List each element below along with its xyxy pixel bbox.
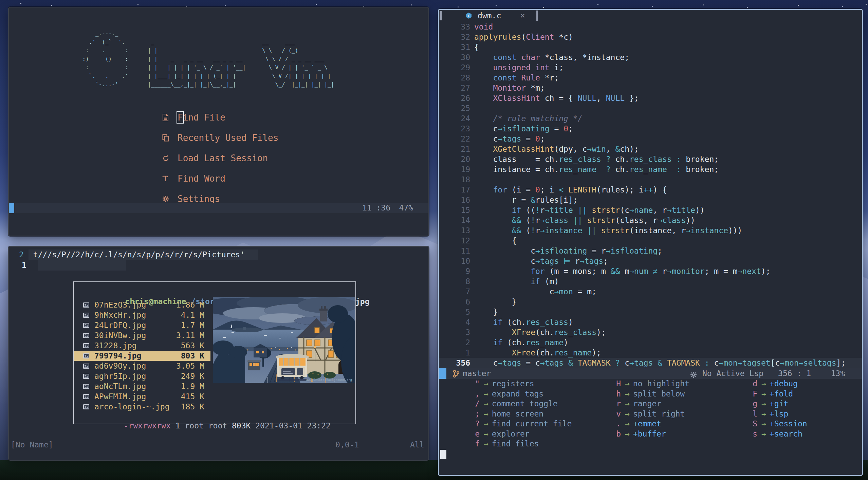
whichkey-entry[interactable]: b→+buffer xyxy=(601,429,689,439)
whichkey-entry[interactable]: .→+emmet xyxy=(601,419,689,429)
whichkey-entry[interactable]: ,→expand tags xyxy=(459,389,572,399)
file-row[interactable]: aghr5Ip.jpg249 K xyxy=(74,371,210,381)
code-line[interactable]: 18 xyxy=(439,174,862,185)
code-line[interactable]: 21 XGetClassHint(dpy, c→win, &ch); xyxy=(439,144,862,154)
dashboard-menu-item-find-word[interactable]: Find Word xyxy=(162,173,225,184)
whichkey-entry[interactable]: F→+fold xyxy=(737,389,807,399)
cable-car-main xyxy=(276,354,309,381)
code-line[interactable]: 23 c→isfloating = 0; xyxy=(439,124,862,134)
svg-text:www.DesktopBackground.org: www.DesktopBackground.org xyxy=(306,378,352,382)
file-row[interactable]: 799794.jpg803 K xyxy=(74,351,210,361)
code-line[interactable]: 12 { xyxy=(439,236,862,246)
arrow-icon: → xyxy=(484,419,488,429)
whichkey-key: S xyxy=(737,419,757,429)
file-row[interactable]: 9hMxcHr.jpg4.1 M xyxy=(74,310,210,320)
whichkey-entry[interactable]: d→+debug xyxy=(737,379,807,389)
whichkey-entry[interactable]: S→+Session xyxy=(737,419,807,429)
close-icon[interactable]: × xyxy=(520,11,525,20)
file-row[interactable]: 07nEzQ3.jpg1.86 M xyxy=(74,300,210,310)
line-number: 12 xyxy=(439,236,470,246)
code-token: instance xyxy=(690,226,728,235)
editor-statusline: master No Active Lsp 356 : 1 13% xyxy=(439,368,862,379)
reload-icon xyxy=(162,155,172,162)
whichkey-entry[interactable]: e→explorer xyxy=(459,429,572,439)
code-line[interactable]: 6 } xyxy=(439,297,862,307)
dashboard-window[interactable]: _.---._ .' (_` '. _ __ ___ : . : | | \ \… xyxy=(8,7,429,236)
code-line[interactable]: 1 XFree(ch.res_name); xyxy=(439,348,862,358)
file-row[interactable]: arco-login-~.jpg185 K xyxy=(74,402,210,412)
editor-window[interactable]: C dwm.c × 33void32applyrules(Client *c)3… xyxy=(438,9,863,476)
code-line[interactable]: 24 /* rule matching */ xyxy=(439,113,862,124)
code-line[interactable]: 13 && (!r→instance || strstr(instance, r… xyxy=(439,225,862,236)
code-line[interactable]: 5 } xyxy=(439,307,862,317)
line-number: 10 xyxy=(439,256,470,266)
whichkey-entry[interactable]: f→find files xyxy=(459,439,572,449)
code-line[interactable]: 17 for (i = 0; i < LENGTH(rules); i++) { xyxy=(439,185,862,195)
file-row[interactable]: ad6v9Oy.jpg3.05 M xyxy=(74,361,210,371)
file-row[interactable]: aoNcTLm.jpg1.9 M xyxy=(74,381,210,391)
code-line[interactable]: 33void xyxy=(439,22,862,32)
code-line[interactable]: 8 if (m) xyxy=(439,276,862,287)
code-token: isfloating xyxy=(611,246,658,255)
whichkey-entry[interactable]: g→+git xyxy=(737,399,807,409)
code-token: NULL xyxy=(606,94,625,103)
gear-icon xyxy=(162,196,172,202)
code-line[interactable]: 28 const Rule *r; xyxy=(439,73,862,83)
code-line[interactable]: 3 XFree(ch.res_class); xyxy=(439,327,862,337)
whichkey-entry[interactable]: ?→find current file xyxy=(459,419,572,429)
code-line[interactable]: 9 for (m = mons; m && m→num ≠ r→monitor;… xyxy=(439,266,862,276)
scratch-window[interactable]: 2t///s/P//2/h/c/.l/s/n/s/p/p/s/r/r/s/Pic… xyxy=(8,246,429,461)
code-line[interactable]: 25 xyxy=(439,103,862,113)
code-line[interactable]: 29 unsigned int i; xyxy=(439,62,862,73)
whichkey-entry[interactable]: h→split below xyxy=(601,389,689,399)
dashboard-menu-item-find-file[interactable]: Find File xyxy=(162,112,225,123)
line-number: 26 xyxy=(439,93,470,103)
whichkey-key: , xyxy=(459,389,480,399)
whichkey-description: +git xyxy=(770,399,788,409)
whichkey-entry[interactable]: v→split right xyxy=(601,409,689,419)
code-token: (class, r xyxy=(615,216,658,225)
code-line[interactable]: 22 c→tags = 0; xyxy=(439,134,862,144)
whichkey-entry[interactable]: "→registers xyxy=(459,379,572,389)
code-line[interactable]: 31{ xyxy=(439,42,862,52)
code-line[interactable]: 11 c→isfloating = r→isfloating; xyxy=(439,246,862,256)
code-line[interactable]: 27 Monitor *m; xyxy=(439,83,862,93)
code-line[interactable]: 26 XClassHint ch = { NULL, NULL }; xyxy=(439,93,862,103)
code-line[interactable]: 7 c→mon = m; xyxy=(439,287,862,297)
code-line[interactable]: 20 class = ch.res_class ? ch.res_class :… xyxy=(439,154,862,164)
dashboard-menu-item-recently-used-files[interactable]: Recently Used Files xyxy=(162,132,278,143)
whichkey-entry[interactable]: s→+search xyxy=(737,429,807,439)
line-number: 24 xyxy=(439,113,470,124)
file-row[interactable]: APwFMIM.jpg415 K xyxy=(74,391,210,402)
code-line[interactable]: 32applyrules(Client *c) xyxy=(439,32,862,42)
file-row[interactable]: 30iNVBw.jpg3.11 M xyxy=(74,330,210,340)
image-file-icon xyxy=(83,404,92,410)
code-line[interactable]: 356 c→tags = c→tags & TAGMASK ? c→tags &… xyxy=(439,358,862,368)
code-token: & xyxy=(615,145,620,153)
file-row[interactable]: 24LrDFQ.jpg1.7 M xyxy=(74,320,210,330)
code-area[interactable]: 33void32applyrules(Client *c)31{30 const… xyxy=(439,22,862,368)
whichkey-entry[interactable]: ;→home screen xyxy=(459,409,572,419)
whichkey-entry[interactable]: H→no highlight xyxy=(601,379,689,389)
code-line[interactable]: 16 r = &rules[i]; xyxy=(439,195,862,205)
code-token: → xyxy=(498,124,502,133)
code-line[interactable]: 30 const char *class, *instance; xyxy=(439,52,862,62)
whichkey-entry[interactable]: /→comment toggle xyxy=(459,399,572,409)
file-size: 803 K xyxy=(181,351,204,361)
code-line[interactable]: 19 instance = ch.res_name ? ch.res_name … xyxy=(439,164,862,174)
whichkey-entry[interactable]: r→ranger xyxy=(601,399,689,409)
code-token: res_class xyxy=(559,155,601,164)
code-line[interactable]: 15 if ((!r→title || strstr(c→name, r→tit… xyxy=(439,205,862,215)
file-row[interactable]: 31228.jpg563 K xyxy=(74,340,210,351)
code-line[interactable]: 14 && (!r→class || strstr(class, r→class… xyxy=(439,215,862,225)
code-line[interactable]: 10 c→tags ⊨ r→tags; xyxy=(439,256,862,266)
tab-dwm-c[interactable]: C dwm.c × xyxy=(461,10,525,21)
image-file-icon xyxy=(83,333,92,338)
whichkey-entry[interactable]: l→+lsp xyxy=(737,409,807,419)
code-line[interactable]: 4 if (ch.res_class) xyxy=(439,317,862,327)
code-token: instance = ch. xyxy=(474,165,559,174)
code-line[interactable]: 2 if (ch.res_name) xyxy=(439,337,862,348)
buffer-text: t///s/P//2/h/c/.l/s/n/s/p/p/s/r/r/s/Pict… xyxy=(33,250,245,259)
code-token: class = ch. xyxy=(474,155,559,164)
dashboard-menu-item-load-last-session[interactable]: Load Last Session xyxy=(162,153,268,164)
